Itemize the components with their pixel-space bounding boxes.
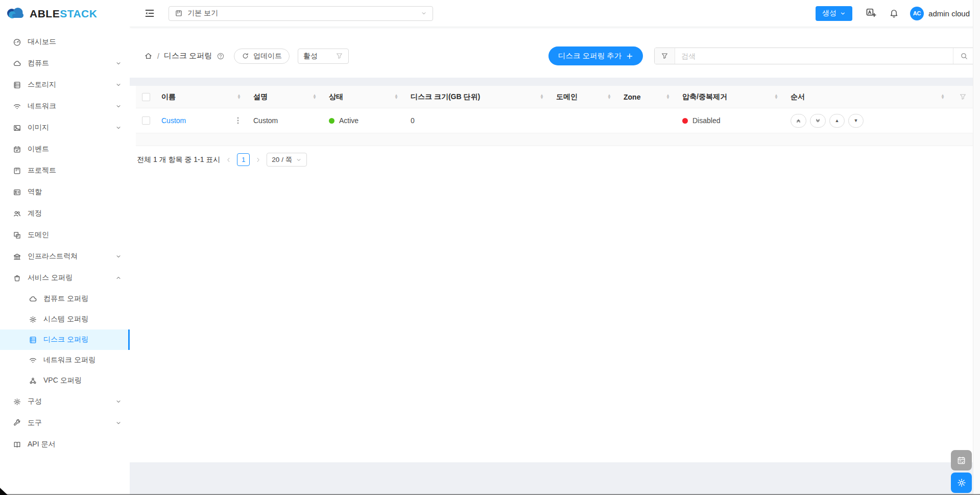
sidebar-item-disk-offering[interactable]: 디스크 오퍼링 [0,329,130,350]
pagination-summary: 전체 1 개 항목 중 1-1 표시 [137,155,220,164]
sidebar-item-roles[interactable]: 역할 [0,181,130,203]
column-header-name[interactable]: 이름▲▼ [156,92,248,102]
move-to-bottom-button[interactable] [810,114,826,128]
sidebar-item-compute-offering[interactable]: 컴퓨트 오퍼링 [0,289,130,309]
navbar-right: 생성 AC admin cloud [816,6,970,21]
brand-name: ABLESTACK [30,8,97,20]
move-down-button[interactable]: ▼ [848,114,864,128]
sidebar-item-images[interactable]: 이미지 [0,117,130,138]
help-icon[interactable] [217,52,225,60]
column-header-domain[interactable]: 도메인▲▼ [551,92,618,102]
sidebar-item-label: 대시보드 [28,37,122,46]
column-header-label: 이름 [161,92,176,102]
page-size-select[interactable]: 20 / 쪽 [267,153,307,167]
column-header-label: 설명 [253,92,268,102]
chevron-down-icon [840,11,846,16]
row-actions-ellipsis-icon[interactable] [237,116,239,125]
move-to-top-button[interactable] [791,114,806,128]
sidebar-item-label: 시스템 오퍼링 [43,315,122,324]
sidebar-item-api-docs[interactable]: API 문서 [0,434,130,455]
scrollbar-track[interactable] [973,0,980,495]
row-checkbox[interactable] [142,116,150,125]
sidebar-item-compute[interactable]: 컴퓨트 [0,53,130,74]
column-header-disksize[interactable]: 디스크 크기(GB 단위)▲▼ [405,92,551,102]
dashboard-icon [13,38,21,46]
settings-floating-button[interactable] [951,473,972,493]
infrastructure-icon [13,252,21,261]
notifications-bell-icon[interactable] [889,9,899,18]
sort-carets-icon[interactable]: ▲▼ [607,95,611,100]
status-filter-select[interactable]: 활성 [298,49,349,64]
row-name-link[interactable]: Custom [161,116,186,125]
avatar: AC [910,7,924,20]
page-prev-button[interactable] [225,156,232,163]
sidebar-item-label: 서비스 오퍼링 [28,273,111,282]
tool-icon [13,419,21,428]
sidebar-item-system-offering[interactable]: 시스템 오퍼링 [0,309,130,329]
sidebar-item-infrastructure[interactable]: 인프라스트럭쳐 [0,246,130,267]
add-disk-offering-button[interactable]: 디스크 오퍼링 추가 [548,46,643,65]
column-header-dedup[interactable]: 압축/중복제거▲▼ [677,92,785,102]
page-size-value: 20 / 쪽 [272,155,292,164]
event-log-floating-button[interactable] [951,450,972,470]
home-icon[interactable] [144,52,153,60]
disk-icon [29,336,37,344]
page-number-current[interactable]: 1 [237,153,250,166]
role-icon [13,188,21,197]
sidebar-item-label: 디스크 오퍼링 [43,335,122,344]
user-menu[interactable]: AC admin cloud [910,7,970,20]
sidebar-item-configuration[interactable]: 구성 [0,391,130,412]
column-header-zone[interactable]: Zone▲▼ [618,93,677,101]
sidebar-item-network[interactable]: 네트워크 [0,96,130,117]
update-button-label: 업데이트 [253,52,282,61]
table-header-row: 이름▲▼설명▲▼상태▲▼디스크 크기(GB 단위)▲▼도메인▲▼Zone▲▼압축… [136,86,974,108]
search-input[interactable] [675,48,953,64]
sidebar-item-dashboard[interactable]: 대시보드 [0,31,130,53]
view-select-value: 기본 보기 [187,9,416,18]
sidebar-item-tools[interactable]: 도구 [0,412,130,434]
sort-carets-icon[interactable]: ▲▼ [666,95,670,100]
sort-carets-icon[interactable]: ▲▼ [941,95,945,100]
sidebar-item-accounts[interactable]: 계정 [0,203,130,224]
view-icon [175,9,183,17]
create-button[interactable]: 생성 [816,6,852,21]
move-up-button[interactable]: ▲ [829,114,845,128]
dedup-label: Disabled [692,116,720,125]
sort-carets-icon[interactable]: ▲▼ [394,95,398,100]
sort-carets-icon[interactable]: ▲▼ [313,95,317,100]
disk-offering-table-card: 이름▲▼설명▲▼상태▲▼디스크 크기(GB 단위)▲▼도메인▲▼Zone▲▼압축… [130,86,980,462]
cell-order: ▲▼ [785,114,952,128]
sidebar-item-storage[interactable]: 스토리지 [0,74,130,96]
sort-carets-icon[interactable]: ▲▼ [774,95,778,100]
column-header-desc[interactable]: 설명▲▼ [248,92,324,102]
update-button[interactable]: 업데이트 [234,49,290,64]
view-select[interactable]: 기본 보기 [169,6,433,21]
sidebar-collapse-icon[interactable] [144,8,155,19]
sidebar-item-vpc-offering[interactable]: VPC 오퍼링 [0,370,130,391]
event-icon [13,145,21,154]
funnel-icon [336,52,343,60]
sidebar-item-domains[interactable]: 도메인 [0,224,130,246]
column-header-status[interactable]: 상태▲▼ [324,92,405,102]
sort-carets-icon[interactable]: ▲▼ [540,95,544,100]
select-all-checkbox[interactable] [142,93,150,101]
search-icon[interactable] [953,48,974,64]
sidebar-item-service-offerings[interactable]: 서비스 오퍼링 [0,267,130,289]
sidebar-item-label: 네트워크 [28,102,111,111]
column-filter-funnel-icon[interactable] [952,93,974,101]
sidebar-item-network-offering[interactable]: 네트워크 오퍼링 [0,350,130,370]
sidebar-item-label: 역할 [28,187,122,197]
sort-carets-icon[interactable]: ▲▼ [237,95,241,100]
toolbar: / 디스크 오퍼링 업데이트 활성 디스크 오퍼링 추가 [130,27,980,78]
brand-logo[interactable]: ABLESTACK [0,0,130,27]
book-icon [13,440,21,449]
calendar-check-icon [957,456,966,465]
translate-icon[interactable] [866,8,877,19]
sidebar-item-events[interactable]: 이벤트 [0,138,130,160]
sidebar-item-label: 도구 [28,418,111,428]
column-header-order[interactable]: 순서▲▼ [785,92,952,102]
search-filter-funnel-icon[interactable] [655,48,675,64]
page-next-button[interactable] [254,156,262,163]
sidebar-item-label: 컴퓨트 [28,59,111,68]
sidebar-item-projects[interactable]: 프로젝트 [0,160,130,181]
